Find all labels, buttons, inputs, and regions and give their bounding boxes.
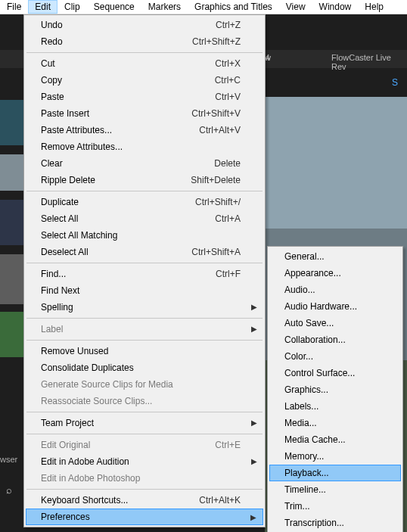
menu-item-label: Memory... <box>284 451 378 462</box>
pref-transcription[interactable]: Transcription... <box>269 515 401 531</box>
menu-file[interactable]: File <box>0 0 28 14</box>
pref-media[interactable]: Media... <box>269 415 401 431</box>
menu-edit-in-photoshop: Edit in Adobe Photoshop <box>26 470 263 487</box>
menu-item-label: Label <box>41 324 241 334</box>
menu-deselect-all[interactable]: Deselect All Ctrl+Shift+A <box>26 244 263 260</box>
menu-item-label: Redo <box>41 36 192 47</box>
menu-help[interactable]: Help <box>358 0 390 14</box>
menu-window[interactable]: Window <box>312 0 359 14</box>
menu-item-label: Generate Source Clips for Media <box>41 379 241 390</box>
panel-label: wser <box>0 455 17 464</box>
menu-item-shortcut: Ctrl+Z <box>216 20 241 30</box>
pref-trim[interactable]: Trim... <box>269 498 401 515</box>
menu-item-label: Team Project <box>41 418 241 428</box>
menu-item-label: Find... <box>41 269 216 279</box>
thumbnail-strip <box>0 100 24 531</box>
pref-timeline[interactable]: Timeline... <box>269 481 401 498</box>
menu-clear[interactable]: Clear Delete <box>26 155 263 172</box>
menu-markers[interactable]: Markers <box>141 0 188 14</box>
menu-graphics-titles[interactable]: Graphics and Titles <box>188 0 279 14</box>
menu-copy[interactable]: Copy Ctrl+C <box>26 72 263 89</box>
pref-memory[interactable]: Memory... <box>269 448 401 465</box>
menu-keyboard-shortcuts[interactable]: Keyboard Shortcuts... Ctrl+Alt+K <box>26 492 263 509</box>
pref-labels[interactable]: Labels... <box>269 398 401 415</box>
menu-item-label: Color... <box>284 351 378 362</box>
menu-item-label: Select All Matching <box>41 230 241 241</box>
pref-control-surface[interactable]: Control Surface... <box>269 365 401 381</box>
menu-edit-original: Edit Original Ctrl+E <box>26 437 263 453</box>
menu-separator <box>26 52 263 53</box>
menu-redo[interactable]: Redo Ctrl+Shift+Z <box>26 33 263 50</box>
menu-view[interactable]: View <box>279 0 312 14</box>
menu-sequence[interactable]: Sequence <box>87 0 141 14</box>
menu-item-label: Graphics... <box>284 384 378 395</box>
menu-select-all[interactable]: Select All Ctrl+A <box>26 210 263 227</box>
menu-remove-unused[interactable]: Remove Unused <box>26 343 263 359</box>
menu-duplicate[interactable]: Duplicate Ctrl+Shift+/ <box>26 194 263 210</box>
preferences-submenu: General... Appearance... Audio... Audio … <box>267 246 403 532</box>
menu-item-label: Duplicate <box>41 197 195 207</box>
menu-preferences[interactable]: Preferences ▶ <box>26 509 263 525</box>
menu-item-label: Select All <box>41 213 215 224</box>
pref-graphics[interactable]: Graphics... <box>269 381 401 398</box>
menu-clip[interactable]: Clip <box>57 0 87 14</box>
menu-item-label: General... <box>284 251 378 262</box>
pref-general[interactable]: General... <box>269 248 401 265</box>
menu-find-next[interactable]: Find Next <box>26 282 263 299</box>
pref-playback[interactable]: Playback... <box>269 465 401 481</box>
menu-item-label: Audio Hardware... <box>284 301 378 312</box>
menu-separator <box>26 340 263 341</box>
menu-consolidate-duplicates[interactable]: Consolidate Duplicates <box>26 359 263 376</box>
menu-item-shortcut: Ctrl+V <box>215 92 241 102</box>
panel-tab[interactable]: FlowCaster Live Rev <box>331 53 407 71</box>
menu-item-label: Consolidate Duplicates <box>41 362 241 373</box>
menu-item-label: Labels... <box>284 401 378 412</box>
pref-media-cache[interactable]: Media Cache... <box>269 431 401 448</box>
menu-cut[interactable]: Cut Ctrl+X <box>26 55 263 72</box>
pref-audio[interactable]: Audio... <box>269 282 401 298</box>
menu-item-label: Clear <box>41 158 214 169</box>
menu-spelling[interactable]: Spelling ▶ <box>26 299 263 316</box>
menu-item-shortcut: Delete <box>214 158 241 169</box>
menu-item-label: Transcription... <box>284 518 378 528</box>
submenu-arrow-icon: ▶ <box>251 457 257 465</box>
menu-item-label: Edit Original <box>41 440 215 450</box>
menu-separator <box>26 412 263 412</box>
search-icon[interactable]: ⌕ <box>6 484 12 496</box>
menu-item-label: Undo <box>41 20 216 30</box>
menu-edit[interactable]: Edit <box>28 0 57 14</box>
menu-separator <box>26 191 263 191</box>
menu-separator <box>26 434 263 434</box>
menubar: File Edit Clip Sequence Markers Graphics… <box>0 0 407 14</box>
menu-remove-attributes[interactable]: Remove Attributes... <box>26 138 263 155</box>
pref-audio-hardware[interactable]: Audio Hardware... <box>269 298 401 315</box>
menu-paste[interactable]: Paste Ctrl+V <box>26 89 263 105</box>
menu-item-label: Paste <box>41 92 215 102</box>
menu-edit-in-audition[interactable]: Edit in Adobe Audition ▶ <box>26 453 263 470</box>
menu-separator <box>26 489 263 490</box>
menu-item-label: Preferences <box>41 512 241 522</box>
menu-find[interactable]: Find... Ctrl+F <box>26 266 263 282</box>
menu-select-all-matching[interactable]: Select All Matching <box>26 227 263 244</box>
submenu-arrow-icon: ▶ <box>251 303 257 311</box>
menu-separator <box>26 318 263 319</box>
menu-undo[interactable]: Undo Ctrl+Z <box>26 17 263 33</box>
pref-appearance[interactable]: Appearance... <box>269 265 401 282</box>
pref-color[interactable]: Color... <box>269 348 401 365</box>
menu-item-label: Media... <box>284 418 378 428</box>
pref-auto-save[interactable]: Auto Save... <box>269 315 401 331</box>
menu-item-shortcut: Ctrl+X <box>215 58 241 69</box>
menu-ripple-delete[interactable]: Ripple Delete Shift+Delete <box>26 172 263 188</box>
menu-item-shortcut: Ctrl+E <box>215 440 241 450</box>
menu-item-shortcut: Ctrl+Shift+A <box>191 247 241 257</box>
menu-paste-insert[interactable]: Paste Insert Ctrl+Shift+V <box>26 105 263 122</box>
menu-item-shortcut: Ctrl+Shift+/ <box>195 197 241 207</box>
menu-team-project[interactable]: Team Project ▶ <box>26 415 263 431</box>
menu-paste-attributes[interactable]: Paste Attributes... Ctrl+Alt+V <box>26 122 263 138</box>
menu-item-label: Copy <box>41 75 215 86</box>
menu-item-shortcut: Ctrl+Shift+V <box>191 108 241 119</box>
menu-label: Label ▶ <box>26 321 263 338</box>
menu-item-label: Remove Unused <box>41 346 241 356</box>
pref-collaboration[interactable]: Collaboration... <box>269 331 401 348</box>
menu-item-label: Media Cache... <box>284 434 378 445</box>
